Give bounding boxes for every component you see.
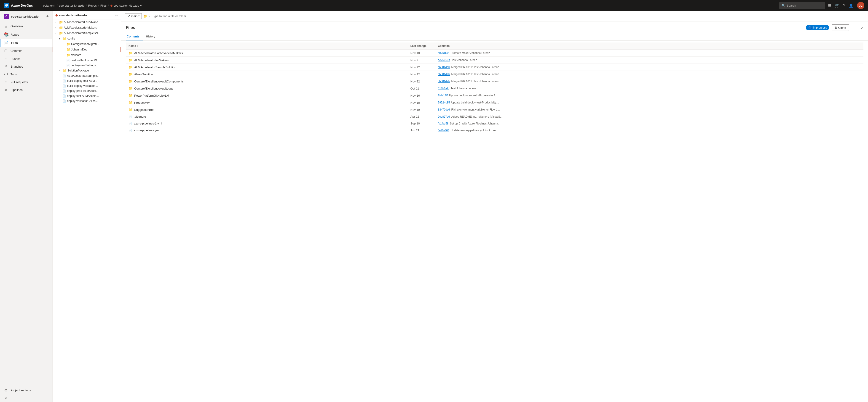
sidebar-item-tags[interactable]: 🏷 Tags xyxy=(0,70,52,78)
more-options-icon[interactable]: ⋯ xyxy=(852,24,858,31)
sidebar-item-repos[interactable]: 📚 Repos xyxy=(0,30,52,39)
folder-icon: 📁 xyxy=(128,58,132,62)
tree-item-deploy-test[interactable]: 📄 deploy-test-ALMAccele... xyxy=(53,93,121,98)
table-row[interactable]: 📁 PowerPlatformGitHubALM Nov 16 7fda18ff… xyxy=(126,92,863,99)
expand-icon[interactable]: ⤢ xyxy=(861,26,863,30)
clone-button[interactable]: ⧉ Clone xyxy=(832,25,849,31)
table-row[interactable]: 📄 azure-pipelines.yml Jun 21 fad3a803 Up… xyxy=(126,127,863,134)
table-row[interactable]: 📁 ALMAcceleratorforMakers Nov 2 ae76063a… xyxy=(126,57,863,64)
commit-hash[interactable]: fa1fbd58 xyxy=(438,122,448,125)
tree-item-build-deploy-test[interactable]: 📄 build-deploy-test-ALM... xyxy=(53,78,121,83)
tree-item-customdeploy[interactable]: 📄 customDeploymentS... xyxy=(53,58,121,63)
app-logo[interactable]: Azure DevOps xyxy=(4,3,40,8)
sidebar-item-label-repos: Repos xyxy=(10,33,19,36)
commit-hash[interactable]: f1573145 xyxy=(438,52,449,55)
repo-diamond-icon: ◆ xyxy=(55,13,58,17)
tree-item-almacc-sample2[interactable]: 📄 ALMAcceleratorSample... xyxy=(53,73,121,78)
file-name[interactable]: CenterofExcellenceAuditComponents xyxy=(134,80,184,83)
tab-history[interactable]: History xyxy=(145,33,159,40)
table-row[interactable]: 📁 SuggestionBox Nov 19 38470dc6 Fixing e… xyxy=(126,106,863,113)
tree-more-icon[interactable]: ⋯ xyxy=(115,13,118,17)
sort-icon[interactable]: ↑ xyxy=(137,45,138,47)
commit-hash[interactable]: cb801dab xyxy=(438,66,450,69)
table-row[interactable]: 📁 ANewSolution Nov 22 cb801dab Merged PR… xyxy=(126,71,863,78)
tree-item-almacc-adv[interactable]: › 📁 ALMAcceleratorForAdvanc... xyxy=(53,20,121,25)
sidebar-item-pullrequests[interactable]: ↕ Pull requests xyxy=(0,78,52,86)
breadcrumb-repos[interactable]: Repos xyxy=(88,4,97,7)
tree-item-deploysettings[interactable]: 📄 deploymentSettings.j... xyxy=(53,63,121,68)
sidebar-item-overview[interactable]: ⊞ Overview xyxy=(0,22,52,30)
breadcrumb-files[interactable]: Files xyxy=(100,4,106,7)
chevron-down-icon[interactable]: ▾ xyxy=(140,4,142,7)
sidebar-item-pipelines[interactable]: ◈ Pipelines xyxy=(0,86,52,94)
breadcrumb-repo[interactable]: coe-starter-kit-azdo xyxy=(59,4,85,7)
commit-message: Update build-deploy-test-Productivity...… xyxy=(452,101,499,104)
file-name[interactable]: SuggestionBox xyxy=(134,108,154,111)
tree-item-johannadev[interactable]: › 📁 JohannaDev xyxy=(53,47,121,52)
table-row[interactable]: 📁 CenterofExcellenceAuditLogs Oct 11 018… xyxy=(126,85,863,92)
commit-hash[interactable]: fad3a803 xyxy=(438,129,449,132)
commit-hash[interactable]: 7fda18ff xyxy=(438,94,448,97)
commit-hash[interactable]: 018b6fdb xyxy=(438,87,449,90)
commit-message: Set up CI with Azure Pipelines Johanna..… xyxy=(450,122,500,125)
user-avatar[interactable]: JL xyxy=(857,2,864,9)
tree-item-configmig[interactable]: › 📁 ConfigurationMigrati... xyxy=(53,41,121,47)
commit-hash[interactable]: cb801dab xyxy=(438,80,450,83)
branch-selector[interactable]: ⎇ main ▾ xyxy=(125,13,142,19)
last-change: Nov 10 xyxy=(410,52,420,55)
file-icon: 📄 xyxy=(128,122,132,125)
file-name[interactable]: PowerPlatformGitHubALM xyxy=(134,94,169,97)
table-row[interactable]: 📁 Productivity Nov 18 79524c85 Update bu… xyxy=(126,99,863,106)
file-name[interactable]: .gitignore xyxy=(134,115,146,118)
breadcrumb-pplatform[interactable]: pplatform xyxy=(43,4,55,7)
tree-item-deploy-validation[interactable]: 📄 deploy-validation-ALM... xyxy=(53,98,121,103)
tree-item-config[interactable]: ▾ 📁 config xyxy=(53,36,121,41)
tree-item-label: deploy-test-ALMAccele... xyxy=(67,94,99,98)
file-name[interactable]: azure-pipelines-1.yml xyxy=(134,122,162,125)
folder-icon: 📁 xyxy=(128,72,132,76)
menu-icon[interactable]: ☰ xyxy=(828,3,831,8)
sidebar-item-commits[interactable]: ⬡ Commits xyxy=(0,47,52,55)
tab-contents[interactable]: Contents xyxy=(126,33,143,40)
project-icon: C xyxy=(4,14,9,19)
commit-hash[interactable]: 38470dc6 xyxy=(438,108,450,111)
file-name[interactable]: ANewSolution xyxy=(134,73,153,76)
tree-item-almacc-makers[interactable]: › 📁 ALMAcceleratorforMakers xyxy=(53,25,121,30)
file-name[interactable]: azure-pipelines.yml xyxy=(134,129,159,132)
tree-item-build-deploy-val[interactable]: 📄 build-deploy-validation... xyxy=(53,83,121,89)
file-name[interactable]: Productivity xyxy=(134,101,150,104)
branch-icon: ⎇ xyxy=(127,14,130,18)
sidebar-collapse[interactable]: « xyxy=(0,394,52,402)
commit-hash[interactable]: ae76063a xyxy=(438,59,450,62)
tree-item-almacc-sample[interactable]: ▾ 📁 ALMAcceleratorSampleSol... xyxy=(53,30,121,36)
commit-hash[interactable]: 9ce827a6 xyxy=(438,115,450,118)
file-name[interactable]: ALMAcceleratorforMakers xyxy=(134,59,168,62)
table-row[interactable]: 📁 ALMAcceleratorForAdvancedMakers Nov 10… xyxy=(126,49,863,57)
cart-icon[interactable]: 🛒 xyxy=(835,3,839,8)
file-name[interactable]: CenterofExcellenceAuditLogs xyxy=(134,87,173,90)
sidebar-item-project-settings[interactable]: ⚙ Project settings xyxy=(0,386,52,394)
commit-hash[interactable]: cb801dab xyxy=(438,73,450,76)
commit-hash[interactable]: 79524c85 xyxy=(438,101,450,104)
in-progress-badge[interactable]: 🔵 in progress xyxy=(806,25,829,30)
table-row[interactable]: 📁 CenterofExcellenceAuditComponents Nov … xyxy=(126,78,863,85)
file-name[interactable]: ALMAcceleratorForAdvancedMakers xyxy=(134,52,183,55)
breadcrumb-current-repo[interactable]: coe-starter-kit-azdo xyxy=(114,4,139,7)
tree-item-solutionpkg[interactable]: › 📁 SolutionPackage xyxy=(53,68,121,73)
help-icon[interactable]: ? xyxy=(843,3,845,7)
pipelines-icon: ◈ xyxy=(4,88,8,92)
sidebar-item-pushes[interactable]: ↑ Pushes xyxy=(0,55,52,63)
tree-item-validate[interactable]: › 📁 Validate xyxy=(53,52,121,58)
sidebar-item-branches[interactable]: ⑂ Branches xyxy=(0,63,52,70)
search-input[interactable] xyxy=(786,4,823,7)
file-name[interactable]: ALMAcceleratorSampleSolution xyxy=(134,66,176,69)
table-row[interactable]: 📁 ALMAcceleratorSampleSolution Nov 22 cb… xyxy=(126,64,863,71)
table-row[interactable]: 📄 azure-pipelines-1.yml Sep 10 fa1fbd58 … xyxy=(126,120,863,127)
sidebar-item-files[interactable]: 📄 Files xyxy=(0,39,52,47)
add-project-icon[interactable]: + xyxy=(46,14,49,19)
tree-item-deploy-prod[interactable]: 📄 deploy-prod-ALMAccel... xyxy=(53,89,121,93)
table-row[interactable]: 📄 .gitignore Apr 12 9ce827a6 Added READM… xyxy=(126,113,863,120)
chevron-icon: › xyxy=(63,54,65,57)
account-icon[interactable]: 👤 xyxy=(849,3,854,8)
path-input[interactable] xyxy=(152,14,864,18)
